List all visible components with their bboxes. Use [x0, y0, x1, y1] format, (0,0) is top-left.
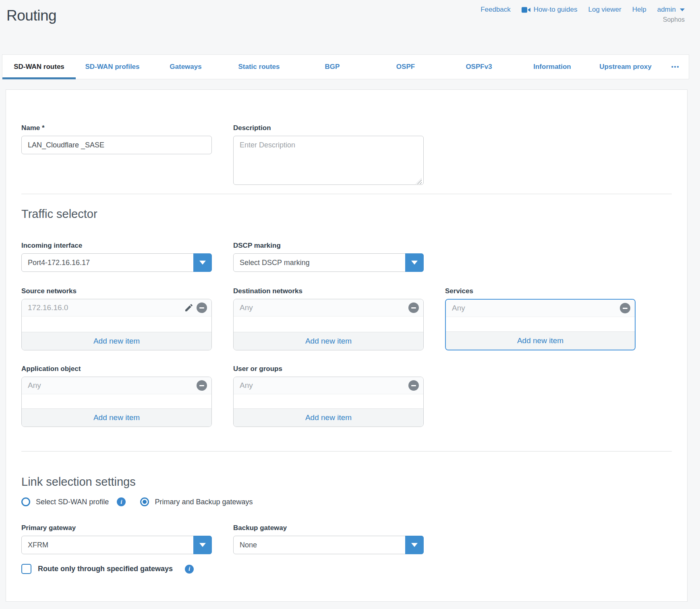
- application-add-new-item-button[interactable]: Add new item: [22, 408, 211, 427]
- section-divider: [21, 451, 672, 452]
- services-listbox: Any Add new item: [445, 299, 636, 350]
- list-item: Any: [22, 377, 211, 394]
- chevron-down-icon: [680, 8, 685, 11]
- source-add-new-item-button[interactable]: Add new item: [22, 332, 211, 350]
- dropdown-arrow-icon[interactable]: [193, 253, 212, 272]
- log-viewer-link[interactable]: Log viewer: [588, 6, 621, 14]
- description-textarea[interactable]: [233, 136, 424, 185]
- source-networks-label: Source networks: [21, 287, 212, 295]
- primary-gateway-select[interactable]: XFRM: [21, 536, 212, 554]
- incoming-interface-label: Incoming interface: [21, 242, 212, 250]
- list-item: Any: [234, 299, 423, 317]
- name-label: Name *: [21, 124, 212, 132]
- minus-circle-icon[interactable]: [197, 302, 207, 313]
- gateways-row: Primary gateway XFRM Backup gateway None: [21, 524, 672, 554]
- minus-circle-icon[interactable]: [620, 303, 630, 313]
- tab-ospf[interactable]: OSPF: [369, 55, 442, 79]
- pencil-icon[interactable]: [184, 303, 194, 313]
- list-empty-area: [446, 317, 635, 331]
- list-item: 172.16.16.0: [22, 299, 211, 317]
- tab-sdwan-profiles[interactable]: SD-WAN profiles: [76, 55, 149, 79]
- page-header: Routing Feedback How-to guides Log viewe…: [0, 0, 700, 54]
- backup-gateway-select[interactable]: None: [233, 536, 424, 554]
- application-users-row: Application object Any Add new item User…: [21, 365, 672, 427]
- select-sdwan-profile-radio[interactable]: [21, 497, 30, 506]
- destination-networks-listbox: Any Add new item: [233, 299, 424, 350]
- networks-row: Source networks 172.16.16.0 Add new item: [21, 287, 672, 350]
- link-selection-heading: Link selection settings: [21, 475, 672, 489]
- header-links: Feedback How-to guides Log viewer Help a…: [480, 6, 685, 14]
- dscp-marking-label: DSCP marking: [233, 242, 424, 250]
- route-only-row: Route only through specified gateways i: [21, 564, 672, 574]
- tab-upstream-proxy[interactable]: Upstream proxy: [589, 55, 662, 79]
- description-label: Description: [233, 124, 424, 132]
- primary-backup-gateways-radio[interactable]: [140, 497, 149, 506]
- services-add-new-item-button[interactable]: Add new item: [446, 331, 635, 350]
- help-link[interactable]: Help: [632, 6, 646, 14]
- backup-gateway-label: Backup gateway: [233, 524, 424, 532]
- tab-information[interactable]: Information: [516, 55, 589, 79]
- destination-add-new-item-button[interactable]: Add new item: [234, 332, 423, 350]
- info-icon[interactable]: i: [185, 565, 194, 574]
- source-networks-listbox: 172.16.16.0 Add new item: [21, 299, 212, 350]
- list-empty-area: [22, 394, 211, 408]
- name-description-row: Name * Description: [21, 124, 672, 186]
- destination-networks-label: Destination networks: [233, 287, 424, 295]
- sdwan-route-form: Name * Description Traffic selector Inco…: [6, 89, 688, 602]
- dropdown-arrow-icon[interactable]: [193, 536, 212, 554]
- tab-sdwan-routes[interactable]: SD-WAN routes: [2, 55, 76, 79]
- link-selection-radio-row: Select SD-WAN profile i Primary and Back…: [21, 497, 672, 506]
- tab-ospfv3[interactable]: OSPFv3: [442, 55, 516, 79]
- services-label: Services: [445, 287, 636, 295]
- list-item: Any: [234, 377, 423, 394]
- minus-circle-icon[interactable]: [408, 380, 419, 391]
- list-empty-area: [22, 317, 211, 332]
- section-divider: [21, 194, 672, 194]
- list-empty-area: [234, 394, 423, 408]
- incoming-interface-select[interactable]: Port4-172.16.16.17: [21, 253, 212, 272]
- name-input[interactable]: [21, 136, 212, 154]
- admin-menu[interactable]: admin: [657, 6, 685, 14]
- tab-static-routes[interactable]: Static routes: [222, 55, 296, 79]
- dscp-marking-select[interactable]: Select DSCP marking: [233, 253, 424, 272]
- tab-gateways[interactable]: Gateways: [149, 55, 222, 79]
- list-item: Any: [446, 300, 635, 317]
- user-or-groups-label: User or groups: [233, 365, 424, 373]
- radio-label: Primary and Backup gateways: [155, 498, 253, 506]
- more-tabs-button[interactable]: •••: [662, 55, 689, 79]
- route-only-label: Route only through specified gateways: [38, 565, 173, 573]
- list-empty-area: [234, 317, 423, 332]
- howto-guides-link[interactable]: How-to guides: [522, 6, 578, 14]
- dropdown-arrow-icon[interactable]: [405, 536, 424, 554]
- interface-dscp-row: Incoming interface Port4-172.16.16.17 DS…: [21, 242, 672, 272]
- tab-bgp[interactable]: BGP: [296, 55, 369, 79]
- routing-tabbar: SD-WAN routes SD-WAN profiles Gateways S…: [2, 54, 689, 79]
- primary-gateway-label: Primary gateway: [21, 524, 212, 532]
- dropdown-arrow-icon[interactable]: [405, 253, 424, 272]
- page-title: Routing: [6, 7, 56, 24]
- feedback-link[interactable]: Feedback: [480, 6, 511, 14]
- tenant-name: Sophos: [663, 16, 685, 23]
- user-or-groups-listbox: Any Add new item: [233, 377, 424, 427]
- minus-circle-icon[interactable]: [197, 380, 207, 391]
- traffic-selector-heading: Traffic selector: [21, 207, 672, 221]
- route-only-checkbox[interactable]: [21, 564, 31, 574]
- application-object-listbox: Any Add new item: [21, 377, 212, 427]
- info-icon[interactable]: i: [117, 497, 126, 506]
- users-add-new-item-button[interactable]: Add new item: [234, 408, 423, 427]
- minus-circle-icon[interactable]: [408, 302, 419, 313]
- video-camera-icon: [522, 7, 530, 13]
- application-object-label: Application object: [21, 365, 212, 373]
- radio-label: Select SD-WAN profile: [36, 498, 109, 506]
